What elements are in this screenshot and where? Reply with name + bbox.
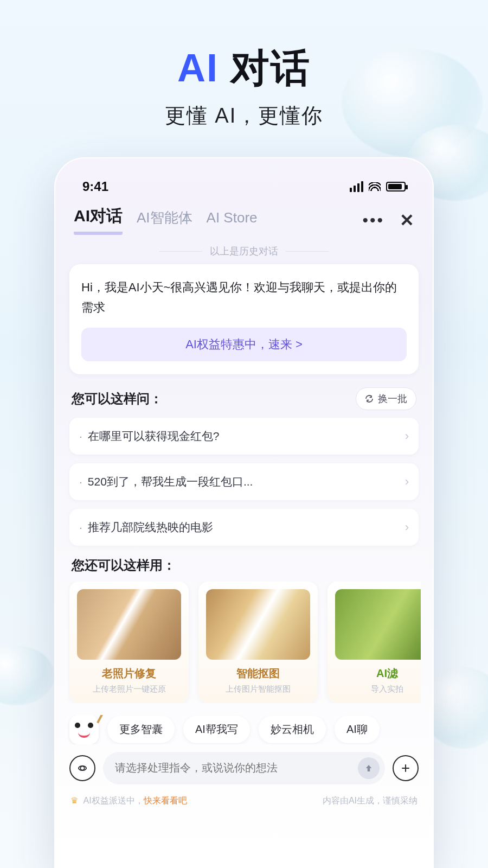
add-button[interactable] <box>393 755 419 781</box>
chip-camera[interactable]: 妙云相机 <box>259 716 326 743</box>
chip-more[interactable]: 更多智囊 <box>107 716 175 743</box>
refresh-button[interactable]: 换一批 <box>356 387 416 410</box>
bullet-icon: · <box>79 475 82 488</box>
chevron-right-icon: › <box>405 429 409 443</box>
voice-icon <box>76 762 88 774</box>
battery-icon <box>386 182 406 192</box>
input-bar <box>67 752 421 784</box>
chevron-right-icon: › <box>405 520 409 534</box>
question-text: 在哪里可以获得现金红包? <box>88 429 405 444</box>
bg-bubble <box>0 646 54 705</box>
top-tabs: AI对话 AI智能体 AI Store ••• ✕ <box>67 199 421 235</box>
wifi-icon <box>369 182 381 191</box>
feature-subtitle: 上传图片智能抠图 <box>206 684 310 694</box>
feature-card-ai-filter[interactable]: AI滤 导入实拍 <box>328 582 421 703</box>
history-divider: 以上是历史对话 <box>67 245 421 258</box>
mascot-icon[interactable]: ★ <box>69 715 99 744</box>
crown-icon: ♛ <box>70 796 78 805</box>
feature-title: 智能抠图 <box>206 666 310 681</box>
chevron-right-icon: › <box>405 475 409 489</box>
arrow-up-icon <box>364 763 374 773</box>
suggested-question[interactable]: · 推荐几部院线热映的电影 › <box>69 509 419 546</box>
phone-frame: 9:41 AI对话 AI智能体 AI Store ••• ✕ 以上是历史对话 H… <box>54 157 434 868</box>
question-text: 推荐几部院线热映的电影 <box>88 520 405 535</box>
feature-subtitle: 上传老照片一键还原 <box>77 684 181 694</box>
bullet-icon: · <box>79 430 82 443</box>
plus-icon <box>400 763 411 774</box>
footer-left-link: 快来看看吧 <box>144 796 187 805</box>
footer-bar: ♛ AI权益派送中，快来看看吧 内容由AI生成，谨慎采纳 <box>67 795 421 807</box>
svg-point-0 <box>80 766 84 770</box>
ask-section-header: 您可以这样问： 换一批 <box>67 385 421 418</box>
tab-ai-agent[interactable]: AI智能体 <box>137 208 192 232</box>
more-icon[interactable]: ••• <box>362 211 384 229</box>
chip-chat[interactable]: AI聊 <box>335 716 380 743</box>
refresh-label: 换一批 <box>378 392 407 405</box>
bullet-icon: · <box>79 521 82 534</box>
feature-card-restore[interactable]: 老照片修复 上传老照片一键还原 <box>69 582 189 703</box>
signal-icon <box>350 181 363 192</box>
hero-title-rest: 对话 <box>219 46 311 90</box>
ask-title: 您可以这样问： <box>72 390 163 407</box>
history-divider-text: 以上是历史对话 <box>210 245 278 258</box>
footer-left-text: AI权益派送中， <box>84 796 144 805</box>
hero-title-ai: AI <box>177 46 219 90</box>
use-section-header: 您还可以这样用： <box>67 554 421 582</box>
send-button[interactable] <box>358 757 380 779</box>
voice-button[interactable] <box>69 755 95 781</box>
feature-list: 老照片修复 上传老照片一键还原 智能抠图 上传图片智能抠图 AI滤 导入实拍 <box>67 582 421 703</box>
feature-image <box>206 589 310 660</box>
chip-row: ★ 更多智囊 AI帮我写 妙云相机 AI聊 <box>67 715 421 744</box>
greeting-card: Hi，我是AI小天~很高兴遇见你！欢迎与我聊天，或提出你的需求 AI权益特惠中，… <box>69 264 419 374</box>
feature-image <box>335 589 421 660</box>
feature-title: AI滤 <box>335 666 421 681</box>
tab-ai-chat[interactable]: AI对话 <box>74 205 123 235</box>
status-icons <box>350 181 406 192</box>
tab-ai-store[interactable]: AI Store <box>207 209 258 231</box>
use-title: 您还可以这样用： <box>72 557 176 574</box>
chip-write[interactable]: AI帮我写 <box>183 716 250 743</box>
status-time: 9:41 <box>82 179 108 194</box>
feature-title: 老照片修复 <box>77 666 181 681</box>
chat-input[interactable] <box>115 762 358 774</box>
footer-right: 内容由AI生成，谨慎采纳 <box>323 795 418 807</box>
refresh-icon <box>365 394 374 403</box>
status-bar: 9:41 <box>67 171 421 199</box>
close-icon[interactable]: ✕ <box>400 210 414 231</box>
promo-banner[interactable]: AI权益特惠中，速来 > <box>81 328 407 361</box>
feature-image <box>77 589 181 660</box>
footer-left[interactable]: ♛ AI权益派送中，快来看看吧 <box>70 795 187 807</box>
feature-subtitle: 导入实拍 <box>335 684 421 694</box>
question-text: 520到了，帮我生成一段红包口... <box>88 474 405 489</box>
greeting-text: Hi，我是AI小天~很高兴遇见你！欢迎与我聊天，或提出你的需求 <box>81 277 407 318</box>
chat-input-box[interactable] <box>103 752 385 784</box>
suggested-question[interactable]: · 在哪里可以获得现金红包? › <box>69 418 419 455</box>
feature-card-cutout[interactable]: 智能抠图 上传图片智能抠图 <box>198 582 318 703</box>
suggested-question[interactable]: · 520到了，帮我生成一段红包口... › <box>69 463 419 500</box>
